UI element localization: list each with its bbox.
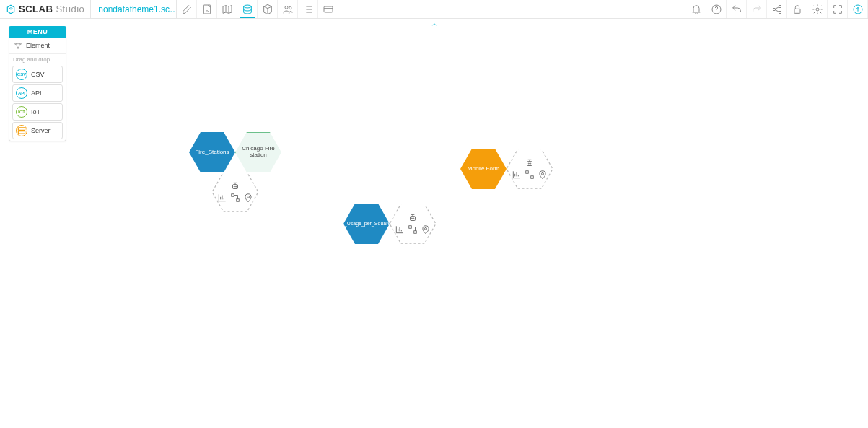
chart-icon — [512, 170, 522, 180]
svg-point-19 — [234, 186, 234, 187]
svg-point-26 — [411, 218, 412, 219]
chart-icon — [395, 224, 405, 235]
logo: SCLAB Studio — [0, 4, 90, 14]
map-icon — [222, 4, 233, 15]
cube-icon — [262, 4, 273, 15]
export-button[interactable] — [848, 0, 868, 18]
svg-point-10 — [816, 8, 819, 11]
svg-rect-35 — [526, 171, 529, 174]
people-button[interactable] — [278, 0, 298, 18]
settings-button[interactable] — [807, 0, 828, 18]
svg-point-27 — [413, 218, 414, 219]
project-name[interactable]: nondatatheme1.sc… — [90, 0, 177, 18]
svg-point-33 — [528, 163, 529, 164]
svg-point-20 — [236, 186, 237, 187]
list-button[interactable] — [298, 0, 318, 18]
svg-rect-21 — [232, 194, 234, 197]
placeholder-icons — [212, 172, 258, 212]
expand-button[interactable] — [828, 0, 848, 18]
toolbar-right — [686, 0, 868, 18]
svg-rect-25 — [411, 217, 416, 221]
logo-text: SCLAB Studio — [19, 4, 84, 14]
node-chicago-fire-station[interactable]: Chicago Fire station — [235, 132, 281, 172]
unlock-button[interactable] — [787, 0, 807, 18]
settings-icon — [812, 4, 823, 15]
unlock-icon — [792, 4, 803, 15]
topbar: SCLAB Studio nondatatheme1.sc… — [0, 0, 868, 19]
redo-button[interactable] — [747, 0, 767, 18]
bell-icon — [691, 4, 702, 15]
node-avg-electricity[interactable]: Average_Electricity_Usage_per_Square_Foo… — [343, 204, 390, 244]
robot-icon — [230, 181, 240, 191]
svg-point-8 — [779, 11, 781, 13]
pin-icon — [243, 193, 253, 203]
svg-rect-18 — [233, 185, 238, 189]
list-icon — [302, 4, 314, 15]
svg-point-2 — [285, 6, 288, 9]
data-button[interactable] — [237, 0, 258, 18]
notes-icon — [201, 4, 213, 15]
edit-icon — [181, 4, 193, 15]
card-icon — [323, 4, 334, 15]
edit-button[interactable] — [177, 0, 197, 18]
pin-icon — [538, 170, 548, 180]
svg-point-23 — [247, 196, 250, 198]
node-placeholder[interactable] — [507, 149, 553, 189]
node-mobile-form[interactable]: Mobile Form — [460, 149, 507, 189]
help-button[interactable] — [706, 0, 727, 18]
data-icon — [242, 4, 253, 15]
logo-mark-icon — [6, 4, 16, 14]
svg-rect-36 — [531, 176, 534, 179]
node-placeholder[interactable] — [390, 204, 436, 244]
node-placeholder[interactable] — [212, 172, 258, 212]
notes-button[interactable] — [197, 0, 217, 18]
map-button[interactable] — [217, 0, 237, 18]
svg-rect-29 — [414, 231, 417, 234]
svg-point-3 — [289, 6, 291, 9]
help-icon — [711, 4, 722, 15]
svg-point-30 — [425, 227, 427, 230]
svg-rect-22 — [237, 199, 240, 202]
placeholder-icons — [390, 204, 436, 244]
robot-icon — [408, 213, 418, 223]
robot-icon — [525, 158, 535, 168]
chart-icon — [217, 193, 227, 203]
card-button[interactable] — [318, 0, 338, 18]
share-icon — [771, 4, 783, 15]
svg-rect-4 — [324, 6, 333, 12]
svg-point-37 — [542, 172, 544, 175]
svg-point-7 — [779, 5, 781, 7]
people-icon — [282, 4, 294, 15]
cube-button[interactable] — [258, 0, 278, 18]
redo-icon — [751, 4, 763, 15]
share-button[interactable] — [767, 0, 787, 18]
svg-rect-9 — [794, 9, 800, 13]
canvas[interactable]: Fire_Stations Chicago Fire station Avera… — [0, 19, 868, 428]
flow-icon — [230, 193, 240, 203]
svg-rect-32 — [527, 162, 532, 166]
export-icon — [852, 4, 864, 15]
svg-point-6 — [773, 8, 775, 10]
toolbar-left — [177, 0, 338, 18]
expand-icon — [832, 4, 843, 15]
svg-point-1 — [243, 5, 251, 8]
pin-icon — [421, 224, 431, 235]
node-fire-stations[interactable]: Fire_Stations — [189, 132, 235, 172]
undo-icon — [731, 4, 742, 15]
bell-button[interactable] — [686, 0, 706, 18]
flow-icon — [408, 224, 418, 235]
svg-point-34 — [530, 163, 531, 164]
placeholder-icons — [507, 149, 553, 189]
flow-icon — [525, 170, 535, 180]
undo-button[interactable] — [727, 0, 747, 18]
svg-rect-28 — [409, 226, 412, 229]
